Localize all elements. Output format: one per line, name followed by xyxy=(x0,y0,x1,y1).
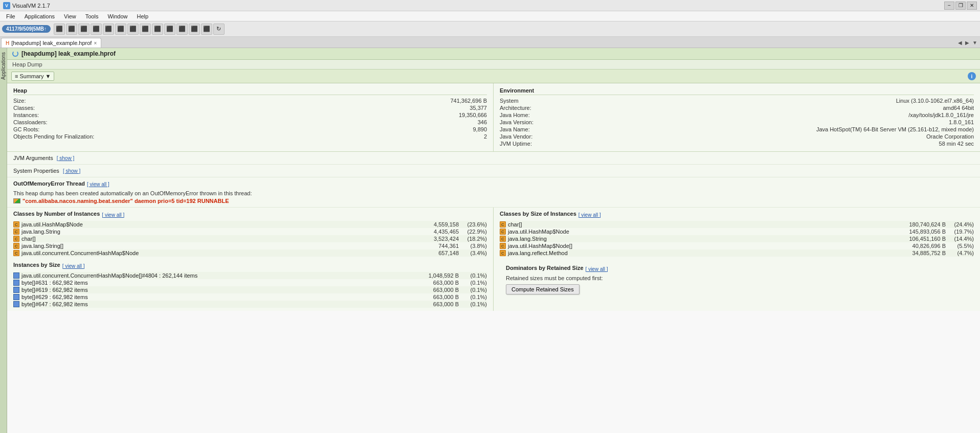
instances-by-size-view-all[interactable]: [ view all ] xyxy=(62,263,85,269)
dominators-desc: Retained sizes must be computed first: xyxy=(506,275,968,281)
instance-pct-4: (0.1%) xyxy=(459,301,487,307)
toolbar-btn-13[interactable]: ⬛ xyxy=(201,24,212,35)
app-layout: Applications [heapdump] leak_example.hpr… xyxy=(0,48,980,433)
tab-heapdump[interactable]: H [heapdump] leak_example.hprof × xyxy=(1,38,101,48)
heap-finalization-value: 2 xyxy=(484,133,487,140)
env-arch-label: Architecture: xyxy=(500,105,531,111)
toolbar-btn-6[interactable]: ⬛ xyxy=(115,24,126,35)
toolbar-btn-3[interactable]: ⬛ xyxy=(78,24,90,35)
bottom-classes-section: Classes by Number of Instances [ view al… xyxy=(7,208,980,311)
toolbar-btn-2[interactable]: ⬛ xyxy=(66,24,77,35)
class-count-0: 4,559,158 xyxy=(418,221,459,227)
menu-applications[interactable]: Applications xyxy=(20,12,59,20)
instance-icon-2 xyxy=(13,287,19,293)
class-pct-3: (3.8%) xyxy=(459,243,487,249)
heap-section-title: Heap xyxy=(13,87,487,95)
instance-icon-4 xyxy=(13,301,19,307)
class-size-row-3: C java.util.HashMap$Node[] 40,826,696 B … xyxy=(500,242,974,249)
toolbar-btn-8[interactable]: ⬛ xyxy=(140,24,151,35)
instance-pct-3: (0.1%) xyxy=(459,294,487,300)
oom-view-all-link[interactable]: [ view all ] xyxy=(87,181,109,187)
env-system-label: System xyxy=(500,98,519,104)
restore-button[interactable]: ❐ xyxy=(955,2,966,10)
minimize-button[interactable]: − xyxy=(944,2,954,10)
instance-pct-2: (0.1%) xyxy=(459,287,487,293)
menu-tools[interactable]: Tools xyxy=(81,12,103,20)
class-count-3: 744,361 xyxy=(418,243,459,249)
tab-forward-button[interactable]: ▶ xyxy=(964,40,971,45)
content-area: [heapdump] leak_example.hprof Heap Dump … xyxy=(7,48,980,433)
toolbar-btn-11[interactable]: ⬛ xyxy=(176,24,188,35)
tab-label: [heapdump] leak_example.hprof xyxy=(11,40,92,46)
env-javaname-row: Java Name: Java HotSpot(TM) 64-Bit Serve… xyxy=(500,126,974,133)
heap-size-value: 741,362,696 B xyxy=(450,98,487,104)
classes-by-count-section: Classes by Number of Instances [ view al… xyxy=(7,208,494,311)
dominators-section: Dominators by Retained Size [ view all ]… xyxy=(500,262,974,298)
classes-by-size-view-all[interactable]: [ view all ] xyxy=(578,212,601,218)
toolbar-btn-4[interactable]: ⬛ xyxy=(91,24,102,35)
heap-classes-value: 35,377 xyxy=(470,105,487,111)
menu-bar: File Applications View Tools Window Help xyxy=(0,11,980,21)
tab-close-button[interactable]: × xyxy=(94,40,97,46)
app-icon: V xyxy=(3,2,10,9)
env-jvmuptime-row: JVM Uptime: 58 min 42 sec xyxy=(500,140,974,147)
classes-by-count-view-all[interactable]: [ view all ] xyxy=(102,212,124,218)
menu-view[interactable]: View xyxy=(60,12,80,20)
instance-name-4: byte[]#647 : 662,982 items xyxy=(21,301,88,307)
class-size-row-2: C java.lang.String 106,451,160 B (14.4%) xyxy=(500,235,974,242)
class-count-row-4: C java.util.concurrent.ConcurrentHashMap… xyxy=(13,249,487,257)
oom-description: This heap dump has been created automati… xyxy=(13,190,974,196)
class-count-2: 3,523,424 xyxy=(418,236,459,242)
toolbar-refresh[interactable]: ↻ xyxy=(213,24,225,35)
class-size-pct-1: (19.7%) xyxy=(946,229,974,235)
heap-dump-label: Heap Dump xyxy=(7,60,980,70)
class-size-icon-3: C xyxy=(500,243,506,249)
env-jvmuptime-value: 58 min 42 sec xyxy=(939,141,974,147)
sidebar: Applications xyxy=(0,48,7,433)
toolbar-btn-9[interactable]: ⬛ xyxy=(152,24,163,35)
toolbar-btn-10[interactable]: ⬛ xyxy=(164,24,175,35)
heap-header: [heapdump] leak_example.hprof xyxy=(7,48,980,60)
class-icon-2: C xyxy=(13,236,19,242)
class-size-value-1: 145,893,056 B xyxy=(905,229,946,235)
class-size-name-2: java.lang.String xyxy=(508,236,547,242)
heap-size-row: Size: 741,362,696 B xyxy=(13,97,487,104)
oom-thread-name[interactable]: "com.alibaba.nacos.naming.beat.sender" d… xyxy=(23,198,229,204)
menu-file[interactable]: File xyxy=(2,12,19,20)
tab-back-button[interactable]: ◀ xyxy=(956,40,964,45)
env-section-title: Environment xyxy=(500,87,974,95)
info-button[interactable]: i xyxy=(968,72,976,80)
instance-row-0: java.util.concurrent.ConcurrentHashMap$N… xyxy=(13,272,487,279)
summary-dropdown[interactable]: ≡ Summary ▼ xyxy=(11,72,54,81)
class-icon-3: C xyxy=(13,243,19,249)
oom-title: OutOfMemoryError Thread xyxy=(13,180,85,187)
dominators-view-all[interactable]: [ view all ] xyxy=(586,266,608,272)
instance-row-4: byte[]#647 : 662,982 items 663,000 B (0.… xyxy=(13,301,487,308)
toolbar-btn-5[interactable]: ⬛ xyxy=(103,24,114,35)
menu-help[interactable]: Help xyxy=(133,12,153,20)
compute-retained-sizes-button[interactable]: Compute Retained Sizes xyxy=(506,284,580,294)
env-system-row: System Linux (3.10.0-1062.el7.x86_64) xyxy=(500,97,974,104)
jvm-args-show-link[interactable]: [ show ] xyxy=(57,155,74,161)
toolbar-btn-1[interactable]: ⬛ xyxy=(54,24,65,35)
heap-classloaders-value: 346 xyxy=(478,119,487,125)
jvm-args-title: JVM Arguments xyxy=(13,155,53,161)
class-count-4: 657,148 xyxy=(418,250,459,256)
close-button[interactable]: ✕ xyxy=(967,2,977,10)
class-size-name-4: java.lang.reflect.Method xyxy=(508,250,568,256)
class-icon-0: C xyxy=(13,221,19,227)
heap-instances-row: Instances: 19,350,666 xyxy=(13,111,487,119)
class-size-icon-4: C xyxy=(500,250,506,256)
tab-menu-button[interactable]: ▼ xyxy=(971,40,979,45)
sys-props-show-link[interactable]: [ show ] xyxy=(63,168,80,174)
class-name-1: java.lang.String xyxy=(21,229,60,235)
class-size-pct-0: (24.4%) xyxy=(946,221,974,227)
env-javaversion-value: 1.8.0_161 xyxy=(949,119,974,125)
instance-value-4: 663,000 B xyxy=(418,301,459,307)
class-icon-1: C xyxy=(13,229,19,235)
toolbar-btn-7[interactable]: ⬛ xyxy=(127,24,139,35)
summary-dropdown-arrow: ▼ xyxy=(45,73,51,79)
menu-window[interactable]: Window xyxy=(103,12,131,20)
instance-pct-1: (0.1%) xyxy=(459,280,487,286)
toolbar-btn-12[interactable]: ⬛ xyxy=(189,24,200,35)
